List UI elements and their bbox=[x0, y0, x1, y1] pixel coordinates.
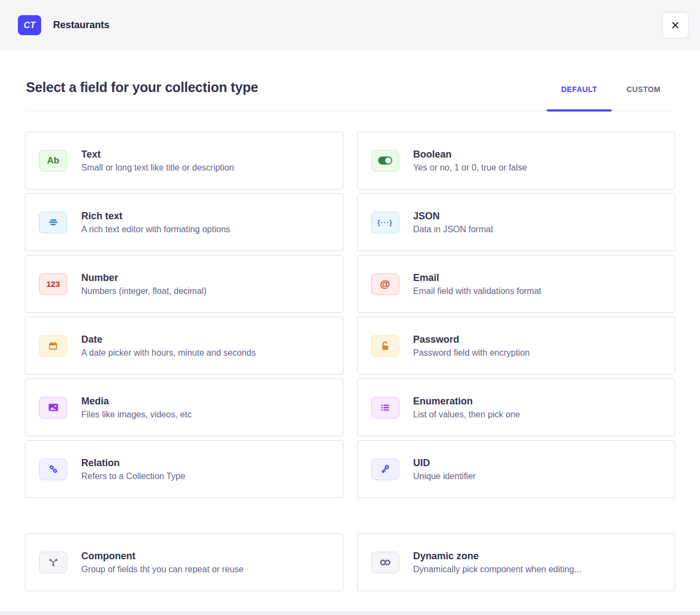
field-description: Password field with encryption bbox=[413, 348, 530, 358]
field-title: Text bbox=[81, 149, 234, 160]
close-button[interactable] bbox=[662, 12, 689, 38]
modal-footer-edge bbox=[0, 612, 700, 615]
media-picture-icon bbox=[39, 397, 67, 418]
page-title: Select a field for your collection type bbox=[26, 80, 258, 95]
content-type-badge-icon: CT bbox=[18, 15, 41, 35]
modal-title: Restaurants bbox=[53, 19, 662, 31]
field-title: Media bbox=[81, 396, 192, 407]
component-branch-icon bbox=[39, 552, 67, 573]
field-title: Dynamic zone bbox=[413, 551, 581, 562]
field-title: UID bbox=[413, 457, 476, 469]
enumeration-list-icon bbox=[371, 397, 399, 418]
field-card-number[interactable]: 123NumberNumbers (integer, float, decima… bbox=[25, 255, 343, 313]
field-description: Data in JSON format bbox=[413, 225, 494, 234]
field-card-json[interactable]: {···}JSONData in JSON format bbox=[357, 193, 676, 251]
number-123-icon: 123 bbox=[39, 273, 67, 295]
tab-bar: DEFAULT CUSTOM bbox=[547, 85, 675, 110]
field-description: Dynamically pick component when editing.… bbox=[413, 565, 581, 574]
field-description: Numbers (integer, float, decimal) bbox=[81, 286, 206, 296]
dynamiczone-infinity-icon bbox=[371, 552, 399, 573]
json-braces-icon: {···} bbox=[371, 212, 399, 233]
field-title: Rich text bbox=[81, 211, 230, 222]
field-card-boolean[interactable]: BooleanYes or no, 1 or 0, true or false bbox=[357, 132, 676, 189]
field-title: Email bbox=[413, 272, 542, 284]
field-description: Group of fields tht you can repeat or re… bbox=[81, 565, 244, 574]
field-card-text[interactable]: AbTextSmall or long text like title or d… bbox=[25, 132, 343, 189]
field-card-component[interactable]: ComponentGroup of fields tht you can rep… bbox=[25, 533, 343, 591]
field-card-email[interactable]: @EmailEmail field with validations forma… bbox=[357, 255, 676, 313]
tab-default[interactable]: DEFAULT bbox=[547, 85, 612, 110]
field-card-rich-text[interactable]: Rich textA rich text editor with formati… bbox=[25, 193, 343, 251]
field-description: Refers to a Collection Type bbox=[81, 472, 185, 481]
field-description: Unique identifier bbox=[413, 472, 476, 481]
email-at-icon: @ bbox=[371, 273, 399, 295]
date-calendar-icon bbox=[39, 335, 67, 357]
richtext-lines-icon bbox=[39, 212, 67, 233]
field-description: List of values, then pick one bbox=[413, 410, 520, 420]
field-card-dynamic-zone[interactable]: Dynamic zoneDynamically pick component w… bbox=[357, 533, 676, 591]
field-title: Password bbox=[413, 334, 530, 345]
field-card-date[interactable]: DateA date picker with hours, minute and… bbox=[25, 317, 343, 375]
text-ab-icon: Ab bbox=[39, 150, 67, 172]
field-description: Small or long text like title or descrip… bbox=[81, 163, 234, 173]
field-card-enumeration[interactable]: EnumerationList of values, then pick one bbox=[357, 378, 676, 436]
close-icon bbox=[670, 20, 680, 30]
field-description: A rich text editor with formating option… bbox=[81, 225, 230, 234]
field-grid: AbTextSmall or long text like title or d… bbox=[25, 132, 675, 591]
field-description: Files like images, videos, etc bbox=[81, 410, 192, 420]
uid-key-icon bbox=[371, 459, 399, 480]
field-card-media[interactable]: MediaFiles like images, videos, etc bbox=[25, 378, 343, 436]
field-title: Number bbox=[81, 272, 206, 284]
field-title: JSON bbox=[413, 211, 494, 222]
field-description: Yes or no, 1 or 0, true or false bbox=[413, 163, 527, 173]
field-title: Boolean bbox=[413, 149, 527, 160]
title-row: Select a field for your collection type … bbox=[25, 50, 675, 111]
field-title: Component bbox=[81, 551, 244, 562]
field-card-uid[interactable]: UIDUnique identifier bbox=[357, 440, 676, 498]
boolean-toggle-icon bbox=[371, 150, 399, 172]
password-lock-icon bbox=[371, 335, 399, 357]
tab-custom[interactable]: CUSTOM bbox=[612, 85, 675, 110]
relation-links-icon bbox=[39, 459, 67, 480]
field-description: Email field with validations format bbox=[413, 286, 542, 296]
field-title: Relation bbox=[81, 457, 185, 469]
field-description: A date picker with hours, minute and sec… bbox=[81, 348, 256, 358]
modal-header: CT Restaurants bbox=[0, 0, 700, 50]
field-title: Date bbox=[81, 334, 256, 345]
field-title: Enumeration bbox=[413, 396, 520, 407]
field-card-relation[interactable]: RelationRefers to a Collection Type bbox=[25, 440, 343, 498]
field-card-password[interactable]: PasswordPassword field with encryption bbox=[357, 317, 676, 375]
